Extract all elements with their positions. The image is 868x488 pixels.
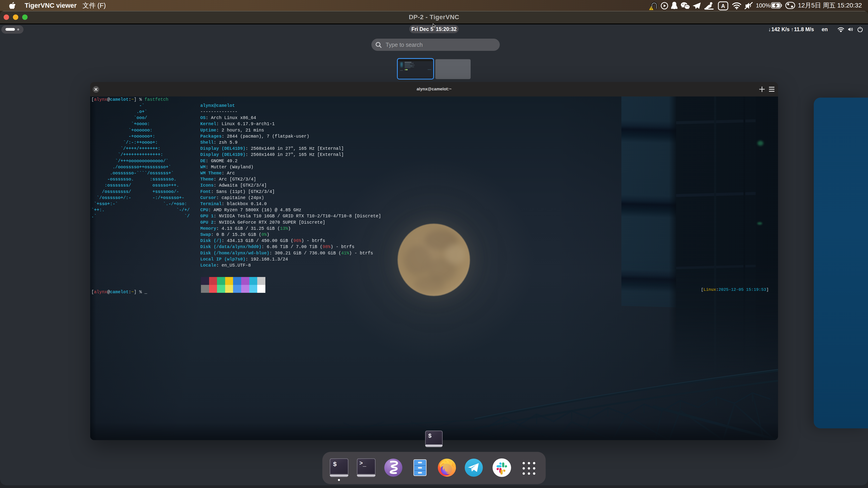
svg-text:A: A xyxy=(721,3,725,9)
